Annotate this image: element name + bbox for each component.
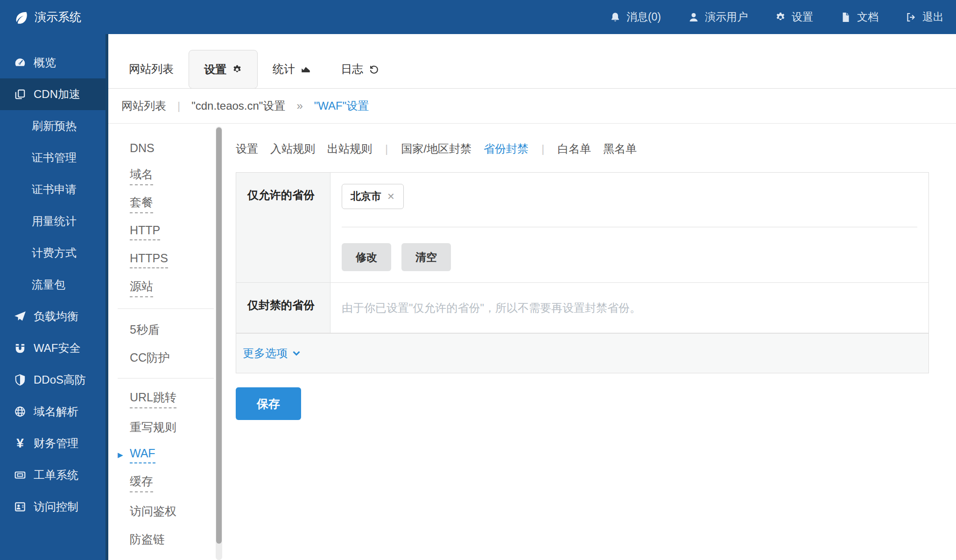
- yen-icon: ¥: [14, 437, 26, 449]
- sidebar-item-label: 工单系统: [34, 468, 78, 483]
- allowed-provinces-label: 仅允许的省份: [236, 173, 330, 283]
- waf-tab-country-ban[interactable]: 国家/地区封禁: [401, 141, 471, 156]
- close-icon[interactable]: ✕: [387, 191, 395, 202]
- docs-label: 文档: [857, 10, 879, 24]
- waf-tab-whitelist[interactable]: 白名单: [557, 141, 591, 156]
- tab-statistics[interactable]: 统计: [258, 49, 326, 88]
- waf-tab-blacklist[interactable]: 黑名单: [603, 141, 637, 156]
- sidebar-item-label: 流量包: [32, 277, 65, 292]
- subnav-item-5s-shield[interactable]: 5秒盾: [108, 315, 223, 343]
- chevron-down-icon: [292, 350, 301, 357]
- sidebar-item-finance[interactable]: ¥ 财务管理: [0, 427, 105, 459]
- form-footer: 更多选项: [236, 333, 928, 373]
- breadcrumb-site-list[interactable]: 网站列表: [121, 98, 166, 113]
- modify-button[interactable]: 修改: [342, 243, 391, 271]
- subnav-item-domain[interactable]: 域名: [108, 162, 223, 190]
- waf-tab-settings[interactable]: 设置: [236, 141, 258, 156]
- subnav-divider: [118, 308, 214, 309]
- sidebar-item-billing[interactable]: 计费方式: [0, 237, 105, 269]
- magnet-icon: [14, 342, 26, 354]
- gear-icon: [775, 12, 786, 23]
- sidebar-item-label: 财务管理: [34, 436, 78, 451]
- subnav-item-plan[interactable]: 套餐: [108, 190, 223, 218]
- user-icon: [688, 12, 699, 23]
- save-button[interactable]: 保存: [236, 387, 301, 420]
- sidebar-item-load-balance[interactable]: 负载均衡: [0, 301, 105, 332]
- subnav-item-cache[interactable]: 缓存: [108, 469, 223, 497]
- caret-right-icon: ▶: [118, 451, 123, 459]
- breadcrumb-separator: |: [177, 99, 180, 112]
- waf-subtabs: 设置 入站规则 出站规则 | 国家/地区封禁 省份封禁 | 白名单 黑名单: [236, 141, 929, 156]
- sidebar-item-usage-stats[interactable]: 用量统计: [0, 205, 105, 237]
- subtab-separator: |: [541, 142, 544, 155]
- sidebar-item-label: 概览: [34, 55, 56, 70]
- sidebar-item-label: 计费方式: [32, 245, 77, 260]
- subnav-item-hotlink-protect[interactable]: 防盗链: [108, 525, 223, 553]
- subtab-separator: |: [385, 142, 388, 155]
- more-options-label: 更多选项: [243, 346, 288, 361]
- sidebar-item-traffic-pack[interactable]: 流量包: [0, 269, 105, 301]
- sidebar-item-tickets[interactable]: 工单系统: [0, 459, 105, 491]
- sidebar-item-label: DDoS高防: [34, 372, 86, 387]
- sidebar-item-dns-resolve[interactable]: 域名解析: [0, 396, 105, 427]
- province-ban-form: 仅允许的省份 北京市 ✕ 修改 清空 仅封禁的省份 由于你已设置"仅允许的: [236, 172, 929, 373]
- docs-menu-item[interactable]: 文档: [840, 10, 879, 24]
- subnav-item-access-auth[interactable]: 访问鉴权: [108, 497, 223, 525]
- subnav-item-waf[interactable]: ▶WAF: [108, 441, 223, 469]
- shield-icon: [14, 374, 26, 386]
- subnav-item-dns[interactable]: DNS: [108, 134, 223, 162]
- waf-tab-province-ban[interactable]: 省份封禁: [484, 141, 528, 156]
- subnav-scrollbar[interactable]: [216, 126, 222, 560]
- history-icon: [369, 64, 379, 74]
- sidebar-item-access-control[interactable]: 访问控制: [0, 491, 105, 523]
- subnav-item-https[interactable]: HTTPS: [108, 246, 223, 274]
- dashboard-icon: [14, 56, 26, 69]
- province-tag[interactable]: 北京市 ✕: [342, 184, 404, 209]
- sidebar-item-cert-manage[interactable]: 证书管理: [0, 142, 105, 174]
- logout-label: 退出: [922, 10, 944, 24]
- sidebar-item-label: 访问控制: [34, 499, 78, 514]
- field-divider: [342, 227, 917, 227]
- logout-menu-item[interactable]: 退出: [906, 10, 944, 24]
- sidebar-item-waf-security[interactable]: WAF安全: [0, 332, 105, 364]
- messages-menu-item[interactable]: 消息(0): [610, 10, 661, 24]
- subnav-item-http[interactable]: HTTP: [108, 218, 223, 246]
- banned-provinces-label: 仅封禁的省份: [236, 283, 330, 333]
- sidebar: 概览 CDN加速 刷新预热 证书管理 证书申请 用量统计 计费方式 流量包 负载…: [0, 34, 108, 560]
- tab-label: 统计: [273, 62, 295, 77]
- breadcrumb-waf-settings[interactable]: "WAF"设置: [314, 98, 369, 113]
- user-menu-item[interactable]: 演示用户: [688, 10, 748, 24]
- ticket-icon: [14, 469, 26, 481]
- subnav-item-rewrite-rules[interactable]: 重写规则: [108, 413, 223, 441]
- brand: 演示系统: [14, 9, 81, 25]
- tab-logs[interactable]: 日志: [326, 49, 394, 88]
- sidebar-item-refresh-preheat[interactable]: 刷新预热: [0, 110, 105, 142]
- allowed-provinces-value: 北京市 ✕ 修改 清空: [330, 173, 928, 283]
- sidebar-item-label: WAF安全: [34, 341, 80, 356]
- paper-plane-icon: [14, 310, 26, 322]
- subnav-item-origin[interactable]: 源站: [108, 274, 223, 302]
- waf-tab-outbound-rules[interactable]: 出站规则: [327, 141, 372, 156]
- settings-subnav: DNS 域名 套餐 HTTP HTTPS 源站 5秒盾 CC防护 URL跳转 重…: [108, 124, 223, 560]
- subnav-item-cc-protect[interactable]: CC防护: [108, 343, 223, 371]
- subnav-item-url-redirect[interactable]: URL跳转: [108, 385, 223, 413]
- tab-settings[interactable]: 设置: [189, 50, 258, 89]
- sidebar-item-cert-apply[interactable]: 证书申请: [0, 174, 105, 205]
- tab-label: 设置: [204, 62, 226, 77]
- subnav-divider: [118, 378, 214, 378]
- waf-tab-inbound-rules[interactable]: 入站规则: [270, 141, 315, 156]
- tab-site-list[interactable]: 网站列表: [114, 49, 189, 88]
- settings-menu-item[interactable]: 设置: [775, 10, 813, 24]
- scrollbar-thumb[interactable]: [216, 127, 222, 544]
- sidebar-item-cdn[interactable]: CDN加速: [0, 78, 105, 110]
- sidebar-item-overview[interactable]: 概览: [0, 47, 105, 78]
- breadcrumb-separator: »: [296, 99, 302, 112]
- id-card-icon: [14, 501, 26, 513]
- topbar-menu: 消息(0) 演示用户 设置 文档 退出: [610, 10, 944, 24]
- more-options-link[interactable]: 更多选项: [243, 346, 301, 361]
- brand-label: 演示系统: [35, 9, 81, 25]
- breadcrumb-site-settings[interactable]: "cdn.teaos.cn"设置: [191, 98, 285, 113]
- file-icon: [840, 12, 851, 23]
- sidebar-item-ddos[interactable]: DDoS高防: [0, 364, 105, 396]
- clear-button[interactable]: 清空: [401, 243, 451, 271]
